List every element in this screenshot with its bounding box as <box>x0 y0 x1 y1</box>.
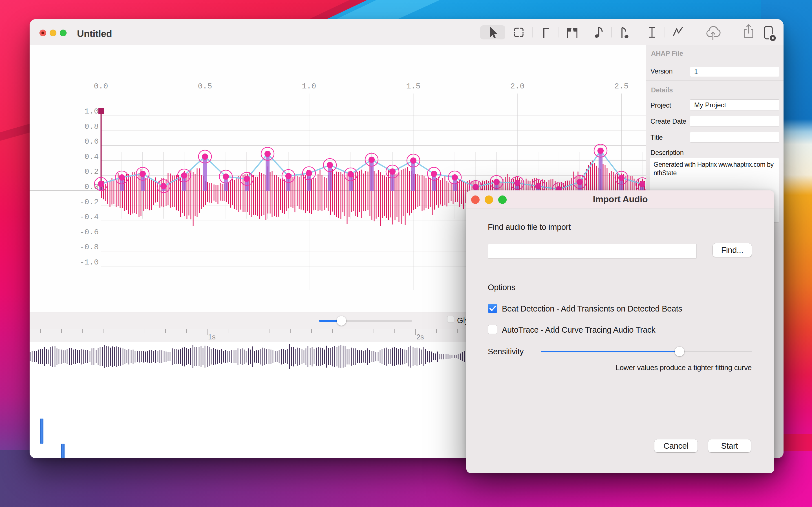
svg-text:0.0: 0.0 <box>94 82 108 91</box>
svg-text:0.6: 0.6 <box>85 137 99 146</box>
svg-text:1.5: 1.5 <box>406 82 420 91</box>
svg-text:0.5: 0.5 <box>198 82 212 91</box>
svg-text:1.0: 1.0 <box>85 107 99 116</box>
svg-text:-0.2: -0.2 <box>80 198 99 207</box>
svg-text:-0.4: -0.4 <box>80 213 99 221</box>
svg-text:0.8: 0.8 <box>85 122 99 131</box>
svg-text:0.4: 0.4 <box>85 152 99 161</box>
svg-text:0.0: 0.0 <box>85 182 99 191</box>
svg-text:-0.8: -0.8 <box>80 243 99 251</box>
svg-text:-0.6: -0.6 <box>80 228 99 237</box>
svg-text:2.5: 2.5 <box>614 82 628 91</box>
svg-text:0.2: 0.2 <box>85 167 99 176</box>
svg-text:-1.0: -1.0 <box>80 258 99 267</box>
svg-text:2.0: 2.0 <box>510 82 524 91</box>
svg-text:1.0: 1.0 <box>302 82 316 91</box>
